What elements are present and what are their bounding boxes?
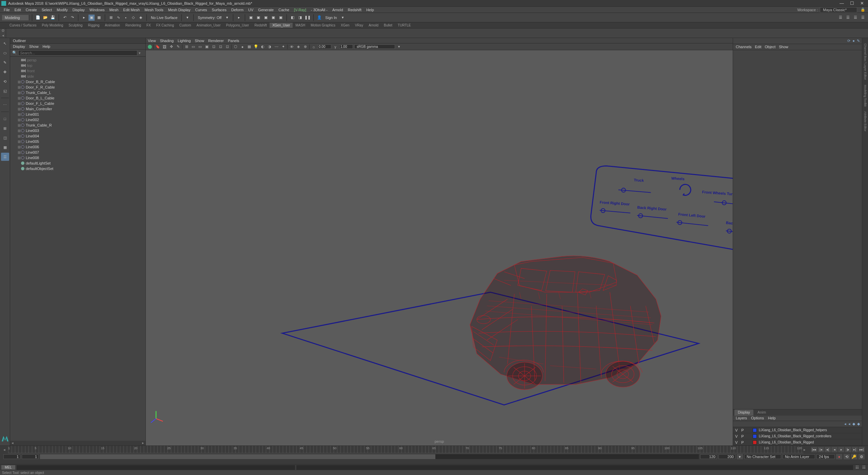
playback-start-field[interactable]: 1 — [22, 454, 39, 459]
menu-3dtoall[interactable]: - 3DtoAll - — [309, 8, 330, 12]
prefs-icon[interactable]: ⚙ — [859, 454, 865, 459]
layers-menu-item[interactable]: Layers — [736, 416, 747, 420]
options-menu-item[interactable]: Options — [751, 416, 764, 420]
range-slider[interactable] — [40, 454, 699, 459]
timeline-scroll-left-icon[interactable]: ◂ — [3, 448, 8, 452]
wireframe-icon[interactable]: ⬡ — [233, 44, 238, 50]
script-editor-icon[interactable]: ☷ — [854, 465, 860, 470]
channel-edit-icon[interactable]: ✎ — [857, 39, 860, 43]
select-by-object-icon[interactable]: ▣ — [88, 15, 95, 21]
expand-icon[interactable]: ⊞ — [17, 134, 21, 138]
vtab-attribute-editor[interactable]: Attribute Editor — [863, 109, 867, 134]
playback-end-field[interactable]: 120 — [700, 454, 717, 459]
snap-grid-icon[interactable]: ⊞ — [108, 15, 114, 21]
scroll-icon[interactable]: ◂ — [2, 33, 4, 38]
undo-icon[interactable]: ↶ — [62, 15, 68, 21]
menu-uv[interactable]: UV — [246, 8, 256, 12]
channels-tab[interactable]: Channels — [736, 45, 751, 49]
layer-playback-toggle[interactable]: P — [741, 434, 745, 438]
rotate-tool[interactable]: ⟲ — [1, 77, 9, 86]
color-management-dropdown[interactable]: sRGB gamma — [354, 44, 395, 49]
help-menu-item[interactable]: Help — [768, 416, 776, 420]
show-tab[interactable]: Show — [779, 45, 788, 49]
outliner-node[interactable]: top — [10, 63, 145, 68]
display-layer-tab[interactable]: Display — [734, 410, 753, 416]
render-settings-icon[interactable]: ▣ — [270, 15, 276, 21]
select-by-hierarchy-icon[interactable]: ▸ — [81, 15, 87, 21]
lock-icon[interactable]: 🔒 — [861, 7, 865, 12]
paint-select-tool[interactable]: ✎ — [1, 58, 9, 66]
outliner-node[interactable]: ⊞Trunk_Cable_R — [10, 122, 145, 128]
layer-playback-toggle[interactable]: P — [741, 440, 745, 444]
outliner-node[interactable]: ⊞Line001 — [10, 112, 145, 117]
viewport-3d[interactable]: Truck Wheels Front Wheels Turn Front Rig… — [146, 50, 733, 445]
lasso-tool[interactable]: ⬭ — [1, 49, 9, 57]
menu-edit[interactable]: Edit — [12, 8, 23, 12]
fps-dropdown[interactable]: 24 fps — [816, 454, 835, 459]
menu-deform[interactable]: Deform — [229, 8, 246, 12]
panel-layout-icon[interactable]: ◧ — [290, 15, 296, 21]
set-key-icon[interactable]: 🔑 — [851, 454, 857, 459]
shelf-tab[interactable]: TURTLE — [395, 23, 414, 28]
menu-mesh[interactable]: Mesh — [107, 8, 121, 12]
vtab-channel-box[interactable]: Channel Box / Layer Editor — [863, 41, 867, 82]
snap-plane-icon[interactable]: ◇ — [130, 15, 136, 21]
vp-menu-shading[interactable]: Shading — [160, 39, 174, 43]
menu-meshtools[interactable]: Mesh Tools — [142, 8, 165, 12]
outliner-node[interactable]: defaultObjectSet — [10, 166, 145, 171]
object-tab[interactable]: Object — [765, 45, 775, 49]
shelf-tab[interactable]: VRay — [352, 23, 366, 28]
gate-mask-icon[interactable]: ▣ — [204, 44, 210, 50]
menu-vray[interactable]: [V-Ray] — [292, 8, 309, 12]
outliner-node[interactable]: ⊞Line006 — [10, 144, 145, 150]
select-camera-icon[interactable] — [148, 45, 152, 49]
layout-single-icon[interactable]: □ — [1, 115, 9, 123]
resolution-gate-icon[interactable]: ▭ — [197, 44, 203, 50]
menu-arnold[interactable]: Arnold — [330, 8, 346, 12]
render-view-icon[interactable]: ▣ — [278, 15, 284, 21]
outliner-node[interactable]: ⊞Line008 — [10, 155, 145, 160]
outliner-toggle-icon[interactable]: ☰ — [1, 153, 9, 161]
outliner-node[interactable]: ⊞Door_B_L_Cable — [10, 95, 145, 101]
layer-swatch[interactable] — [753, 428, 757, 432]
outliner-node[interactable]: ⊞Door_F_R_Cable — [10, 84, 145, 90]
outliner-node[interactable]: ⊞Line002 — [10, 117, 145, 122]
menu-cache[interactable]: Cache — [276, 8, 292, 12]
layer-swatch[interactable] — [753, 440, 757, 444]
workspace-dropdown[interactable]: Maya Classic* — [820, 7, 857, 13]
anim-layer-tab[interactable]: Anim — [754, 410, 769, 416]
layer-up-icon[interactable]: ◂ — [844, 422, 846, 426]
outliner-node[interactable]: ⊞Line005 — [10, 139, 145, 144]
outliner-node[interactable]: ⊞Door_B_R_Cable — [10, 79, 145, 84]
scale-tool[interactable]: ◱ — [1, 87, 9, 95]
menu-surfaces[interactable]: Surfaces — [210, 8, 229, 12]
snap-point-icon[interactable]: • — [123, 15, 129, 21]
shelf-tab[interactable]: Arnold — [366, 23, 381, 28]
shelf-tab[interactable]: Sculpting — [66, 23, 85, 28]
expand-icon[interactable]: ⊞ — [17, 118, 21, 122]
shelf-tab[interactable]: Rigging — [85, 23, 102, 28]
go-to-start-button[interactable]: |◂◂ — [811, 447, 817, 452]
layer-swatch[interactable] — [753, 434, 757, 438]
loop-icon[interactable]: ⟲ — [844, 454, 850, 459]
field-chart-icon[interactable]: ⊡ — [211, 44, 216, 50]
shadows-icon[interactable]: ◐ — [260, 44, 265, 50]
chevron-down-icon[interactable]: ▾ — [340, 15, 346, 21]
outliner-scrollbar[interactable]: ◂ ▸ — [10, 441, 145, 445]
outliner-node[interactable]: ⊞Door_F_L_Cable — [10, 101, 145, 106]
safe-action-icon[interactable]: ⊡ — [218, 44, 223, 50]
menu-generate[interactable]: Generate — [256, 8, 276, 12]
outliner-node[interactable]: ⊞Line004 — [10, 133, 145, 139]
shelf-tab[interactable]: XGen — [338, 23, 352, 28]
shelf-tab[interactable]: FX — [144, 23, 154, 28]
redo-icon[interactable]: ↷ — [69, 15, 75, 21]
open-scene-icon[interactable]: 📂 — [42, 15, 48, 21]
play-forwards-button[interactable]: ▸ — [838, 447, 844, 452]
layout-four-icon[interactable]: ⊞ — [1, 124, 9, 132]
motion-blur-icon[interactable]: 〰 — [274, 44, 279, 50]
gear-icon[interactable]: ⚙ — [1, 28, 5, 33]
step-forward-button[interactable]: |▸ — [845, 447, 851, 452]
command-help-icon[interactable]: ☷ — [861, 465, 867, 470]
layer-down-icon[interactable]: ◂ — [848, 422, 850, 426]
smooth-shade-icon[interactable]: ● — [240, 44, 245, 50]
